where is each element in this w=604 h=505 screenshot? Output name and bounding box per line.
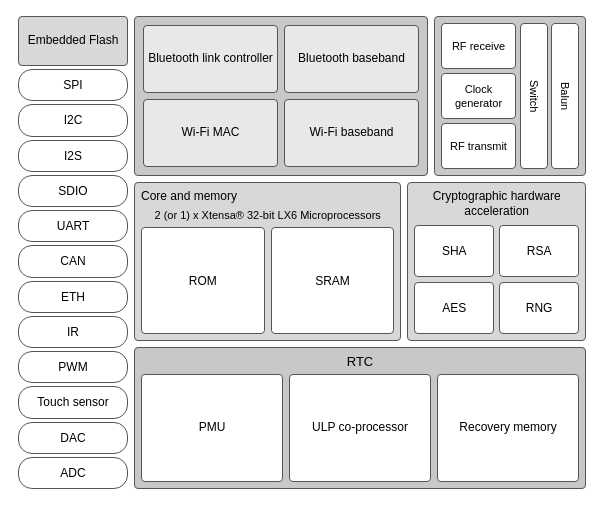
sram-chip: SRAM	[271, 227, 395, 334]
clock-generator: Clock generator	[441, 73, 516, 119]
crypto-label: Cryptographic hardware acceleration	[414, 189, 579, 220]
ulp-coprocessor-chip: ULP co-processor	[289, 374, 431, 482]
aes-chip: AES	[414, 282, 494, 334]
rf-transmit: RF transmit	[441, 123, 516, 169]
sidebar-item-dac: DAC	[18, 422, 128, 454]
bluetooth-link-controller: Bluetooth link controller	[143, 25, 278, 93]
sidebar-item-eth: ETH	[18, 281, 128, 313]
sidebar-item-spi: SPI	[18, 69, 128, 101]
balun-block: Balun	[551, 23, 579, 169]
rtc-chips: PMU ULP co-processor Recovery memory	[141, 374, 579, 482]
rom-chip: ROM	[141, 227, 265, 334]
main-content: Bluetooth link controller Bluetooth base…	[134, 16, 586, 489]
sidebar-item-sdio: SDIO	[18, 175, 128, 207]
sidebar-item-uart: UART	[18, 210, 128, 242]
recovery-memory-chip: Recovery memory	[437, 374, 579, 482]
rf-side-col: Switch Balun	[520, 23, 579, 169]
sidebar-item-touch-sensor: Touch sensor	[18, 386, 128, 418]
diagram: Embedded Flash SPI I2C I2S SDIO UART CAN…	[12, 10, 592, 495]
sidebar-item-ir: IR	[18, 316, 128, 348]
sidebar-item-i2s: I2S	[18, 140, 128, 172]
rtc-label: RTC	[141, 354, 579, 369]
core-section: Core and memory 2 (or 1) x Xtensa® 32-bi…	[134, 182, 401, 342]
rf-receive: RF receive	[441, 23, 516, 69]
rf-section: RF receive Clock generator RF transmit S…	[434, 16, 586, 176]
wifi-mac: Wi-Fi MAC	[143, 99, 278, 167]
pmu-chip: PMU	[141, 374, 283, 482]
crypto-section: Cryptographic hardware acceleration SHA …	[407, 182, 586, 342]
rsa-chip: RSA	[499, 225, 579, 277]
rtc-section: RTC PMU ULP co-processor Recovery memory	[134, 347, 586, 489]
sidebar-item-i2c: I2C	[18, 104, 128, 136]
middle-row: Core and memory 2 (or 1) x Xtensa® 32-bi…	[134, 182, 586, 342]
bluetooth-baseband: Bluetooth baseband	[284, 25, 419, 93]
embedded-flash-title: Embedded Flash	[18, 16, 128, 66]
core-label: Core and memory	[141, 189, 394, 203]
sidebar: Embedded Flash SPI I2C I2S SDIO UART CAN…	[18, 16, 128, 489]
rf-main-col: RF receive Clock generator RF transmit	[441, 23, 516, 169]
wireless-section: Bluetooth link controller Bluetooth base…	[134, 16, 428, 176]
core-description: 2 (or 1) x Xtensa® 32-bit LX6 Microproce…	[141, 208, 394, 222]
core-chips: ROM SRAM	[141, 227, 394, 334]
switch-block: Switch	[520, 23, 548, 169]
sidebar-item-adc: ADC	[18, 457, 128, 489]
crypto-chips: SHA RSA AES RNG	[414, 225, 579, 334]
rng-chip: RNG	[499, 282, 579, 334]
sha-chip: SHA	[414, 225, 494, 277]
sidebar-item-can: CAN	[18, 245, 128, 277]
sidebar-item-pwm: PWM	[18, 351, 128, 383]
top-row: Bluetooth link controller Bluetooth base…	[134, 16, 586, 176]
wifi-baseband: Wi-Fi baseband	[284, 99, 419, 167]
